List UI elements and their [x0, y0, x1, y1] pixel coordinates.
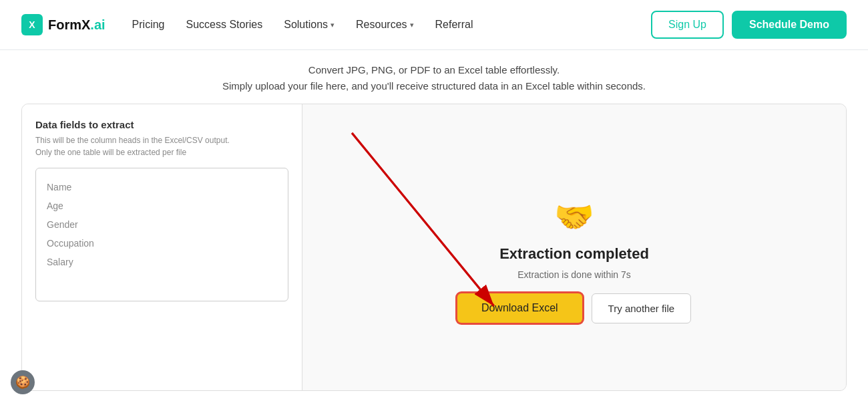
cookie-badge[interactable]: 🍪	[11, 370, 35, 394]
result-content: 🤝 Extraction completed Extraction is don…	[457, 198, 691, 323]
hero-line2: Simply upload your file here, and you'll…	[0, 78, 868, 94]
field-salary: Salary	[47, 253, 277, 271]
hero-line1: Convert JPG, PNG, or PDF to an Excel tab…	[0, 62, 868, 78]
logo-text: FormX.ai	[48, 17, 105, 33]
logo[interactable]: X FormX.ai	[21, 14, 105, 35]
logo-icon: X	[21, 14, 43, 35]
download-excel-button[interactable]: Download Excel	[457, 293, 582, 323]
try-another-file-button[interactable]: Try another file	[592, 293, 692, 323]
extraction-title: Extraction completed	[499, 245, 649, 263]
solutions-chevron-icon: ▾	[331, 21, 335, 29]
extraction-subtitle: Extraction is done within 7s	[517, 269, 631, 280]
navbar: X FormX.ai Pricing Success Stories Solut…	[0, 0, 868, 50]
action-buttons: Download Excel Try another file	[457, 293, 691, 323]
signup-button[interactable]: Sign Up	[651, 11, 724, 39]
nav-success-stories[interactable]: Success Stories	[186, 19, 263, 31]
resources-chevron-icon: ▾	[410, 21, 414, 29]
field-gender: Gender	[47, 215, 277, 234]
nav-referral[interactable]: Referral	[435, 19, 473, 31]
nav-links: Pricing Success Stories Solutions ▾ Reso…	[132, 19, 651, 31]
nav-pricing[interactable]: Pricing	[132, 19, 165, 31]
hero-text: Convert JPG, PNG, or PDF to an Excel tab…	[0, 50, 868, 104]
schedule-demo-button[interactable]: Schedule Demo	[732, 11, 847, 39]
left-panel: Data fields to extract This will be the …	[22, 104, 302, 390]
nav-solutions[interactable]: Solutions ▾	[284, 19, 335, 31]
field-age: Age	[47, 196, 277, 215]
nav-resources[interactable]: Resources ▾	[356, 19, 413, 31]
handshake-icon: 🤝	[554, 198, 594, 236]
data-fields-box: Name Age Gender Occupation Salary	[35, 168, 288, 301]
main-content: Data fields to extract This will be the …	[21, 104, 847, 391]
right-panel: 🤝 Extraction completed Extraction is don…	[302, 104, 846, 390]
panel-subtitle: This will be the column heads in the Exc…	[35, 134, 288, 158]
panel-title: Data fields to extract	[35, 119, 288, 130]
field-occupation: Occupation	[47, 234, 277, 253]
nav-actions: Sign Up Schedule Demo	[651, 11, 847, 39]
field-name: Name	[47, 178, 277, 196]
